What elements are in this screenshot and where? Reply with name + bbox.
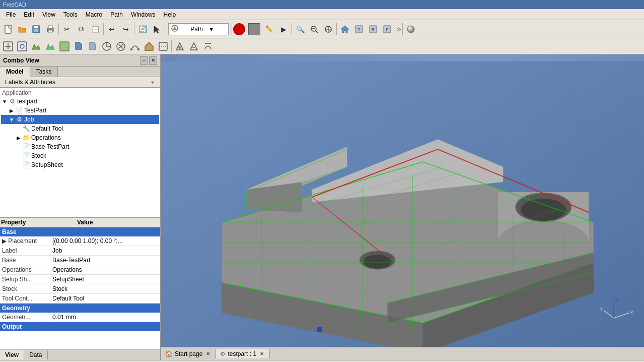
- viewport[interactable]: X Y Z 🏠 Start page ✕ ⚙ testpart : 1 ✕: [161, 54, 644, 360]
- combo-view-header: Combo View − ✕: [0, 54, 160, 67]
- path-btn-5[interactable]: [57, 39, 71, 53]
- tab-view[interactable]: View: [0, 350, 24, 359]
- view-menu-button[interactable]: [321, 22, 335, 36]
- path-btn-6[interactable]: [71, 39, 86, 53]
- path-btn-1[interactable]: [1, 39, 15, 53]
- top-view-button[interactable]: T: [352, 22, 366, 36]
- new-button[interactable]: [1, 22, 15, 36]
- start-page-close-button[interactable]: ✕: [204, 350, 211, 357]
- menu-help[interactable]: Help: [160, 10, 180, 19]
- menu-windows[interactable]: Windows: [127, 10, 160, 19]
- menu-path[interactable]: Path: [106, 10, 127, 19]
- prop-key-label: Label: [0, 246, 50, 255]
- prop-key-setup-sheet: Setup Sh...: [0, 275, 50, 284]
- prop-val-operations: Operations: [50, 265, 160, 274]
- path-btn-2[interactable]: [15, 39, 29, 53]
- svg-rect-6: [48, 30, 52, 33]
- tree-item-job[interactable]: ▼ ⚙ Job: [1, 115, 159, 124]
- zoom-out-button[interactable]: [307, 22, 321, 36]
- svg-point-31: [178, 46, 181, 49]
- prop-val-base: Base-TestPart: [50, 256, 160, 265]
- svg-point-48: [364, 255, 392, 269]
- path-btn-12[interactable]: [156, 39, 170, 53]
- menu-macro[interactable]: Macro: [82, 10, 106, 19]
- tree-area[interactable]: Application ▼ ⚙ testpart ▶ 📄 TestPart ▼ …: [0, 88, 160, 218]
- title-bar: FreeCAD: [0, 0, 644, 9]
- tree-item-default-tool[interactable]: 🔧 Default Tool: [1, 124, 159, 133]
- prop-row-base[interactable]: Base Base-TestPart: [0, 256, 160, 265]
- path-btn-9[interactable]: [114, 39, 128, 53]
- tab-model[interactable]: Model: [0, 67, 30, 77]
- testpart-tab-icon: ⚙: [220, 350, 226, 357]
- combo-minimize-button[interactable]: −: [140, 56, 148, 65]
- play-button[interactable]: ▶: [276, 22, 291, 36]
- path-btn-8[interactable]: [100, 39, 114, 53]
- prop-row-stock[interactable]: Stock Stock: [0, 284, 160, 294]
- tab-tasks[interactable]: Tasks: [30, 67, 58, 77]
- path-btn-4[interactable]: [43, 39, 57, 53]
- more-views-button[interactable]: »: [396, 24, 401, 34]
- prop-row-tool-cont[interactable]: Tool Cont... Default Tool: [0, 294, 160, 304]
- print-button[interactable]: [43, 22, 57, 36]
- path-indicator: [317, 327, 322, 332]
- sep6: [292, 23, 292, 35]
- stop-button[interactable]: [248, 23, 260, 35]
- labels-attributes-tab[interactable]: Labels & Attributes ▼: [0, 77, 160, 88]
- menu-tools[interactable]: Tools: [59, 10, 82, 19]
- prop-row-label[interactable]: Label Job: [0, 246, 160, 256]
- refresh-button[interactable]: 🔄: [135, 22, 150, 36]
- workbench-dropdown[interactable]: Path ▼: [168, 23, 229, 35]
- vp-tab-start-page[interactable]: 🏠 Start page ✕: [161, 349, 216, 358]
- home-view-button[interactable]: [338, 22, 352, 36]
- svg-rect-2: [34, 26, 38, 28]
- tree-item-testpart-part[interactable]: ▶ 📄 TestPart: [1, 106, 159, 115]
- prop-row-operations[interactable]: Operations Operations: [0, 265, 160, 275]
- cut-button[interactable]: ✂: [60, 22, 74, 36]
- edit-button[interactable]: ✏️: [262, 22, 276, 36]
- tree-arrow-stock: [15, 153, 22, 159]
- right-view-button[interactable]: R: [366, 22, 380, 36]
- tree-label-operations: Operations: [31, 134, 61, 141]
- shading-button[interactable]: [404, 22, 418, 36]
- path-btn-14[interactable]: [187, 39, 201, 53]
- redo-button[interactable]: ↪: [119, 22, 133, 36]
- path-btn-13[interactable]: [173, 39, 187, 53]
- path-btn-15[interactable]: [201, 39, 215, 53]
- tree-item-base-testpart[interactable]: 📄 Base-TestPart: [1, 142, 159, 151]
- tree-item-testpart[interactable]: ▼ ⚙ testpart: [1, 97, 159, 106]
- path-btn-10[interactable]: [128, 39, 142, 53]
- sep5: [232, 23, 232, 35]
- combo-close-button[interactable]: ✕: [149, 56, 157, 65]
- props-section-output: Output: [0, 322, 160, 331]
- prop-val-stock: Stock: [50, 284, 160, 293]
- testpart-close-button[interactable]: ✕: [258, 350, 265, 357]
- zoom-in-button[interactable]: 🔍: [293, 22, 307, 36]
- paste-button[interactable]: 📋: [88, 22, 102, 36]
- path-btn-3[interactable]: [29, 39, 43, 53]
- record-button[interactable]: [233, 23, 245, 35]
- sep3: [134, 23, 134, 35]
- vp-tab-testpart[interactable]: ⚙ testpart : 1 ✕: [216, 349, 270, 358]
- tree-item-setupsheet[interactable]: 📄 SetupSheet: [1, 160, 159, 169]
- tab-data[interactable]: Data: [24, 350, 47, 359]
- tree-item-operations[interactable]: ▶ 📁 Operations: [1, 133, 159, 142]
- workbench-icon: [171, 24, 188, 34]
- menu-view[interactable]: View: [38, 10, 59, 19]
- sep2: [103, 23, 104, 35]
- open-button[interactable]: [15, 22, 29, 36]
- select-button[interactable]: [150, 22, 164, 36]
- tree-item-stock[interactable]: 📄 Stock: [1, 151, 159, 160]
- workbench-label: Path: [190, 26, 208, 33]
- path-btn-11[interactable]: [142, 39, 156, 53]
- menu-edit[interactable]: Edit: [20, 10, 38, 19]
- prop-row-placement[interactable]: ▶ Placement [(0.00 0.00 1.00); 0.00 °;..…: [0, 236, 160, 246]
- copy-button[interactable]: ⧉: [74, 22, 88, 36]
- prop-row-geometr[interactable]: Geometr... 0.01 mm: [0, 313, 160, 322]
- menu-file[interactable]: File: [2, 10, 20, 19]
- front-view-button[interactable]: F: [380, 22, 394, 36]
- prop-row-setup-sheet[interactable]: Setup Sh... SetupSheet: [0, 275, 160, 284]
- save-button[interactable]: [29, 22, 43, 36]
- undo-button[interactable]: ↩: [105, 22, 119, 36]
- path-btn-7[interactable]: [86, 39, 100, 53]
- svg-text:T: T: [357, 27, 361, 32]
